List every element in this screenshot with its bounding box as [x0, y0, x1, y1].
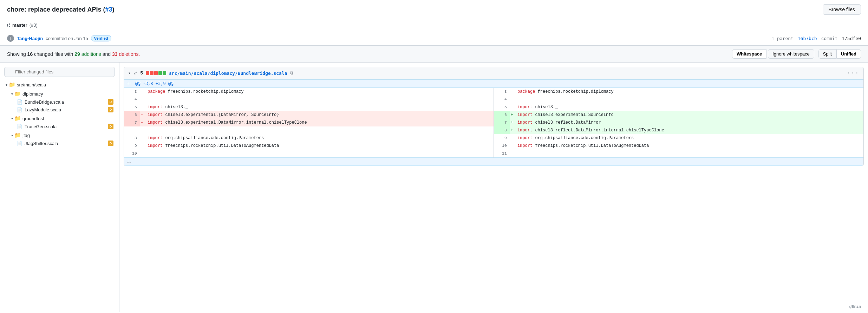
left-code-6: import chisel3.experimental.{DataMirror,… — [145, 111, 494, 119]
right-num-11: 11 — [494, 150, 510, 158]
diff-row-11: 10 11 — [124, 150, 863, 158]
folder-diplomacy-header[interactable]: ▾ 📁 diplomacy — [10, 90, 115, 98]
left-code-5: import chisel3._ — [145, 103, 494, 111]
filename-bundlebridge: BundleBridge.scala — [25, 99, 64, 105]
expand-down-icon: ↓↓ — [127, 159, 131, 164]
right-code-4 — [515, 96, 863, 103]
file-icon-jtagshifter: 📄 — [17, 141, 22, 146]
diff-toggle-icon[interactable]: ▾ — [128, 71, 131, 76]
commit-label: commit — [821, 36, 837, 41]
author-name[interactable]: Tang-Haojin — [17, 36, 43, 41]
branch-bar: ⑆ master (#3) — [0, 19, 868, 31]
right-sign-3 — [510, 88, 515, 96]
commit-hash-value[interactable]: 175dfe0 — [842, 36, 861, 41]
folder-name-groundtest: groundtest — [22, 116, 44, 121]
diff-file-menu[interactable]: ··· — [847, 70, 859, 76]
search-input[interactable] — [4, 67, 115, 77]
filename-tracegen: TraceGen.scala — [25, 124, 57, 129]
jtag-children: 📄 JtagShifter.scala D — [15, 139, 115, 147]
folder-icon-jtag: 📁 — [14, 132, 21, 138]
expand-down-button[interactable]: ↓↓ — [127, 159, 131, 164]
branch-pr-ref: (#3) — [30, 22, 38, 28]
right-sign-10 — [510, 142, 515, 150]
left-num-6: 6 — [124, 111, 140, 119]
whitespace-button[interactable]: Whitespace — [732, 49, 766, 59]
right-num-9a: 9 — [494, 134, 510, 142]
split-button[interactable]: Split — [818, 49, 836, 59]
hunk-expand-bottom: ↓↓ — [124, 158, 863, 166]
right-code-5: import chisel3._ — [515, 103, 863, 111]
diff-file-header-right: ··· — [847, 70, 859, 76]
right-sign-4 — [510, 96, 515, 103]
file-bundlebridge[interactable]: 📄 BundleBridge.scala D — [15, 98, 115, 106]
expand-up-icon: ↑↑ — [127, 81, 131, 86]
ignore-whitespace-button[interactable]: Ignore whitespace — [768, 49, 814, 59]
deletions-count: 33 — [112, 51, 118, 57]
right-sign-6: + — [510, 111, 515, 119]
expand-up-button[interactable]: ↑↑ @@ -3,8 +3,9 @@ — [127, 81, 173, 86]
folder-icon-diplomacy: 📁 — [14, 91, 21, 97]
left-sign-9a — [140, 134, 145, 142]
commit-title: chore: replace deprecated APIs (#3) — [7, 6, 114, 13]
right-num-3: 3 — [494, 88, 510, 96]
verified-badge: Verified — [91, 35, 111, 41]
pr-link[interactable]: #3 — [105, 6, 112, 13]
commit-hash: 1 parent 16b7bcb commit 175dfe0 — [771, 36, 861, 41]
left-num-9a: 8 — [124, 134, 140, 142]
left-code-8 — [145, 126, 494, 134]
author-bar: T Tang-Haojin committed on Jan 15 Verifi… — [0, 31, 868, 46]
folder-groundtest-header[interactable]: ▾ 📁 groundtest — [10, 114, 115, 123]
browse-files-button[interactable]: Browse files — [823, 4, 861, 15]
diff-row-7: 7 - import chisel3.experimental.DataMirr… — [124, 119, 863, 126]
hunk-header-text: @@ -3,8 +3,9 @@ — [135, 81, 173, 86]
branch-name[interactable]: master — [12, 22, 27, 28]
left-num-5: 5 — [124, 103, 140, 111]
diff-row-4: 4 4 — [124, 96, 863, 103]
folder-icon: 📁 — [9, 81, 15, 88]
diff-file-header: ▾ ⤢ 5 src/main/scala/diplomacy/BundleBri… — [124, 67, 863, 79]
left-code-10: import freechips.rocketchip.util.DataToA… — [145, 142, 494, 150]
diff-row-8: 8 + import chisel3.reflect.DataMirror.in… — [124, 126, 863, 134]
copy-icon[interactable]: ⧉ — [290, 71, 293, 76]
right-code-6: import chisel3.experimental.SourceInfo — [515, 111, 863, 119]
right-code-7: import chisel3.reflect.DataMirror — [515, 119, 863, 126]
filename-jtagshifter: JtagShifter.scala — [25, 141, 58, 146]
right-code-10: import freechips.rocketchip.util.DataToA… — [515, 142, 863, 150]
file-badge-jtagshifter: D — [108, 141, 113, 146]
file-lazymodule[interactable]: 📄 LazyModule.scala D — [15, 106, 115, 113]
commit-title-end: ) — [112, 6, 114, 13]
diff-filename[interactable]: src/main/scala/diplomacy/BundleBridge.sc… — [169, 71, 287, 76]
folder-jtag: ▾ 📁 jtag 📄 JtagShifter.scala D — [10, 131, 115, 147]
folder-src-main-scala-header[interactable]: ▾ 📁 src/main/scala — [4, 80, 115, 89]
file-jtagshifter[interactable]: 📄 JtagShifter.scala D — [15, 139, 115, 147]
folder-jtag-header[interactable]: ▾ 📁 jtag — [10, 131, 115, 139]
parent-hash[interactable]: 16b7bcb — [798, 36, 817, 41]
left-sign-7: - — [140, 119, 145, 126]
left-code-4 — [145, 96, 494, 103]
right-sign-8: + — [510, 126, 515, 134]
unified-button[interactable]: Unified — [836, 49, 861, 59]
additions-count: 29 — [74, 51, 80, 57]
folder-groundtest: ▾ 📁 groundtest 📄 TraceGen.scala D — [10, 114, 115, 130]
left-code-9a: import org.chipsalliance.cde.config.Para… — [145, 134, 494, 142]
right-code-3: package freechips.rocketchip.diplomacy — [515, 88, 863, 96]
left-sign-6: - — [140, 111, 145, 119]
left-num-8 — [124, 126, 140, 134]
right-num-5: 5 — [494, 103, 510, 111]
dot-green-1 — [158, 71, 162, 75]
diff-row-5: 5 import chisel3._ 5 import chisel3._ — [124, 103, 863, 111]
right-num-4: 4 — [494, 96, 510, 103]
expand-icon[interactable]: ⤢ — [133, 70, 137, 76]
watermark: @Emin — [849, 305, 861, 309]
file-tracegen[interactable]: 📄 TraceGen.scala D — [15, 123, 115, 130]
filename-lazymodule: LazyModule.scala — [25, 107, 61, 112]
left-sign-11 — [140, 150, 145, 158]
branch-icon: ⑆ — [7, 22, 10, 28]
diff-area: ▾ ⤢ 5 src/main/scala/diplomacy/BundleBri… — [119, 63, 868, 312]
file-badge-tracegen: D — [108, 124, 113, 129]
folder-src-children: ▾ 📁 diplomacy 📄 BundleBridge.scala D — [10, 90, 115, 147]
right-num-10: 10 — [494, 142, 510, 150]
parent-label: 1 parent — [771, 36, 794, 41]
right-code-9a: import org.chipsalliance.cde.config.Para… — [515, 134, 863, 142]
left-code-11 — [145, 150, 494, 158]
